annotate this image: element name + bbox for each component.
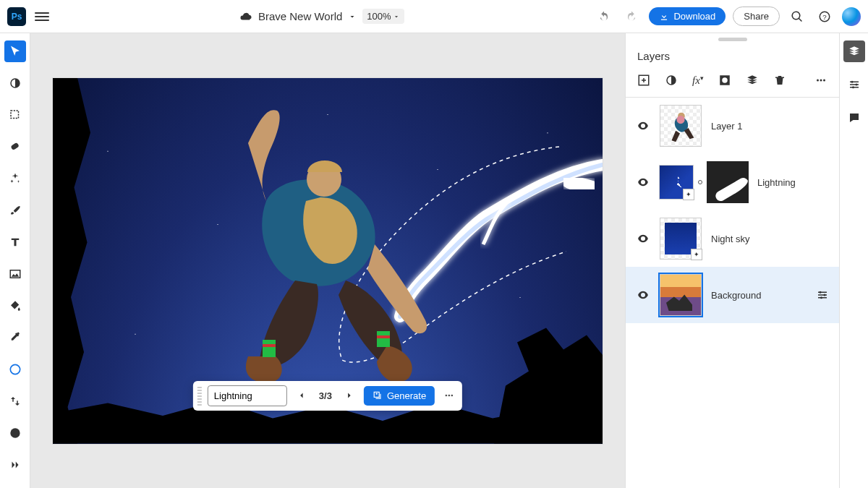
svg-rect-3 bbox=[11, 111, 19, 119]
sliders-icon bbox=[816, 288, 829, 301]
undo-button[interactable] bbox=[594, 7, 614, 27]
zoom-value: 100% bbox=[367, 11, 391, 22]
swap-colors-tool[interactable] bbox=[4, 390, 26, 412]
help-button[interactable]: ? bbox=[814, 7, 835, 27]
topbar-right: Download Share ? bbox=[594, 7, 861, 27]
eye-icon bbox=[637, 119, 650, 132]
properties-panel-tab[interactable] bbox=[843, 74, 865, 95]
layer-row[interactable]: Background bbox=[626, 267, 839, 323]
panel-collapse-handle[interactable] bbox=[718, 38, 747, 41]
comments-panel-tab[interactable] bbox=[843, 107, 865, 129]
svg-point-20 bbox=[722, 77, 728, 83]
document-canvas[interactable]: 3/3 Generate bbox=[53, 78, 603, 444]
canvas-area: 3/3 Generate bbox=[30, 33, 625, 488]
layer-thumbnail: ✦ bbox=[660, 218, 702, 260]
svg-text:?: ? bbox=[822, 12, 827, 20]
eye-icon bbox=[637, 232, 650, 245]
layers-panel-tab[interactable] bbox=[843, 40, 865, 62]
document-title[interactable]: Brave New World bbox=[258, 10, 342, 22]
layer-thumbnail bbox=[660, 105, 702, 147]
generative-fill-tool[interactable] bbox=[4, 168, 26, 189]
svg-point-26 bbox=[824, 294, 826, 296]
share-label: Share bbox=[744, 11, 769, 22]
svg-point-6 bbox=[10, 364, 20, 374]
svg-point-27 bbox=[820, 296, 822, 299]
spot-heal-tool[interactable] bbox=[4, 136, 26, 158]
svg-point-30 bbox=[852, 86, 854, 88]
avatar[interactable] bbox=[842, 7, 861, 26]
genfill-more-button[interactable] bbox=[441, 387, 458, 404]
zoom-dropdown[interactable]: 100% bbox=[362, 9, 404, 24]
variation-counter: 3/3 bbox=[316, 390, 335, 401]
more-tools[interactable] bbox=[4, 454, 26, 476]
eye-icon bbox=[637, 288, 650, 301]
generate-button[interactable]: Generate bbox=[364, 386, 435, 406]
foreground-color[interactable] bbox=[4, 422, 26, 444]
next-variation-button[interactable] bbox=[341, 387, 358, 404]
layers-panel: Layers fx▾ bbox=[625, 33, 839, 488]
adjustment-layer-button[interactable] bbox=[665, 74, 678, 87]
svg-rect-9 bbox=[263, 340, 276, 357]
layer-name: Lightning bbox=[757, 177, 796, 188]
redo-button[interactable] bbox=[621, 7, 642, 27]
layer-row[interactable]: ✦ Lightning bbox=[626, 154, 839, 210]
visibility-toggle[interactable] bbox=[636, 119, 650, 132]
download-button[interactable]: Download bbox=[649, 7, 726, 25]
svg-point-25 bbox=[820, 291, 822, 294]
svg-rect-11 bbox=[377, 331, 390, 347]
share-button[interactable]: Share bbox=[733, 7, 780, 26]
genfill-prompt-input[interactable] bbox=[208, 385, 287, 406]
photoshop-logo: Ps bbox=[7, 7, 26, 26]
svg-point-21 bbox=[817, 80, 819, 82]
drag-handle-icon[interactable] bbox=[197, 385, 202, 406]
layers-more-button[interactable] bbox=[814, 74, 827, 87]
layer-thumbnail bbox=[660, 274, 702, 316]
search-button[interactable] bbox=[787, 7, 807, 27]
generative-badge-icon: ✦ bbox=[683, 189, 694, 200]
chevron-down-icon[interactable] bbox=[348, 12, 357, 21]
svg-point-29 bbox=[855, 84, 857, 86]
fill-tool[interactable] bbox=[4, 295, 26, 317]
eye-icon bbox=[637, 176, 650, 189]
shape-tool[interactable] bbox=[4, 359, 26, 380]
left-toolbar bbox=[0, 33, 30, 488]
image-tool[interactable] bbox=[4, 263, 26, 285]
chevron-down-icon bbox=[393, 13, 400, 20]
svg-rect-13 bbox=[374, 392, 379, 397]
svg-rect-12 bbox=[377, 335, 390, 338]
layer-properties-button[interactable] bbox=[816, 288, 829, 301]
svg-point-14 bbox=[446, 395, 448, 397]
more-icon bbox=[443, 390, 455, 401]
layer-group-button[interactable] bbox=[746, 74, 759, 87]
svg-point-16 bbox=[451, 395, 454, 397]
visibility-toggle[interactable] bbox=[636, 288, 650, 301]
svg-point-24 bbox=[678, 113, 685, 120]
prev-variation-button[interactable] bbox=[293, 387, 310, 404]
svg-rect-4 bbox=[10, 142, 20, 151]
move-tool[interactable] bbox=[4, 40, 26, 62]
adjustment-tool[interactable] bbox=[4, 72, 26, 94]
layer-thumbnail: ✦ bbox=[659, 165, 694, 200]
svg-point-7 bbox=[10, 428, 20, 437]
selection-tool[interactable] bbox=[4, 104, 26, 126]
visibility-toggle[interactable] bbox=[636, 176, 650, 189]
sliders-icon bbox=[848, 78, 861, 91]
right-strip bbox=[839, 33, 868, 488]
layer-mask-thumbnail bbox=[707, 161, 749, 203]
layer-row[interactable]: Layer 1 bbox=[626, 98, 839, 154]
delete-layer-button[interactable] bbox=[773, 74, 786, 87]
chevron-left-icon bbox=[297, 390, 307, 401]
svg-point-15 bbox=[448, 395, 451, 397]
svg-point-28 bbox=[851, 81, 853, 83]
top-bar: Ps Brave New World 100% Download Share ? bbox=[0, 0, 868, 33]
menu-icon[interactable] bbox=[35, 12, 49, 21]
add-mask-button[interactable] bbox=[718, 74, 731, 87]
brush-tool[interactable] bbox=[4, 200, 26, 221]
layer-row[interactable]: ✦ Night sky bbox=[626, 210, 839, 267]
eyedropper-tool[interactable] bbox=[4, 327, 26, 348]
visibility-toggle[interactable] bbox=[636, 232, 650, 245]
layer-effects-button[interactable]: fx▾ bbox=[692, 74, 704, 87]
text-tool[interactable] bbox=[4, 231, 26, 253]
add-layer-button[interactable] bbox=[637, 74, 650, 87]
layer-name: Background bbox=[711, 290, 761, 301]
